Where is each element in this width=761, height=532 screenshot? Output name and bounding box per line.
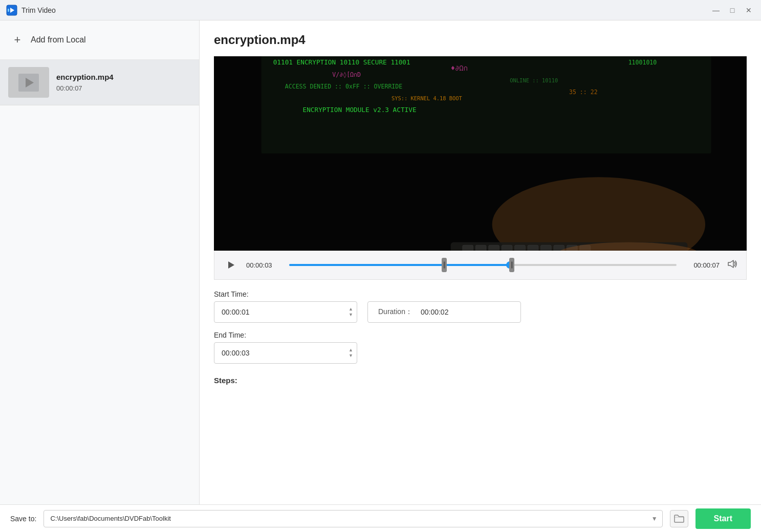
end-time-down-arrow[interactable]: ▼ [349,353,353,358]
svg-marker-34 [728,260,733,268]
save-path-input[interactable] [44,510,662,527]
end-time-input[interactable] [214,342,357,364]
sidebar: + Add from Local encryption.mp4 00:00:07 [0,20,200,504]
duration-box: Duration： 00:00:02 [367,301,521,323]
total-time: 00:00:07 [684,261,720,269]
start-time-section: Start Time: ▲ ▼ Duration： 00:00:02 [214,290,747,323]
end-time-up-arrow[interactable]: ▲ [349,348,353,352]
video-frame: 01101 ENCRYPTION 10110 SECURE 11001 V/∂◊… [214,56,747,251]
end-time-input-wrapper: ▲ ▼ [214,342,357,364]
close-button[interactable]: ✕ [743,4,755,16]
start-time-input[interactable] [214,301,357,323]
file-thumbnail [8,67,49,98]
play-button[interactable] [223,257,239,273]
file-duration: 00:00:07 [56,84,114,92]
start-time-stepper[interactable]: ▲ ▼ [349,307,353,317]
current-time: 00:00:03 [246,261,282,269]
svg-text:11001010: 11001010 [628,59,657,66]
file-name: encryption.mp4 [56,73,114,81]
content-area: encryption.mp4 01101 ENCRYPTION 10110 [200,20,761,504]
start-time-input-wrapper: ▲ ▼ [214,301,357,323]
progress-track[interactable] [289,264,677,266]
save-path-dropdown-arrow[interactable]: ▼ [651,515,658,522]
trim-left-handle[interactable] [442,258,447,272]
svg-rect-20 [489,245,499,251]
svg-text:35 :: 22: 35 :: 22 [569,88,598,96]
video-display[interactable]: 01101 ENCRYPTION 10110 SECURE 11001 V/∂◊… [214,56,747,251]
video-container: 01101 ENCRYPTION 10110 SECURE 11001 V/∂◊… [214,56,747,280]
svg-marker-29 [228,261,234,269]
end-time-label: End Time: [214,331,747,339]
svg-rect-2 [8,9,9,12]
start-button[interactable]: Start [695,508,751,529]
trim-right-handle[interactable] [509,258,514,272]
svg-text:ENCRYPTION MODULE v2.3 ACTIVE: ENCRYPTION MODULE v2.3 ACTIVE [303,106,417,114]
plus-icon: + [10,33,25,47]
svg-rect-21 [502,245,512,251]
controls-bar: 00:00:03 [214,251,747,280]
app-title: Trim Video [21,6,56,14]
svg-rect-18 [463,245,473,251]
svg-rect-6 [262,56,711,153]
svg-rect-23 [528,245,538,251]
main-layout: + Add from Local encryption.mp4 00:00:07 [0,20,761,504]
progress-filled [289,264,510,266]
start-time-down-arrow[interactable]: ▼ [349,313,353,317]
save-path-container: ▼ [44,510,662,527]
svg-text:01101 ENCRYPTION 10110 SECURE : 01101 ENCRYPTION 10110 SECURE 11001 [273,59,410,66]
progress-container[interactable] [289,256,677,274]
file-item[interactable]: encryption.mp4 00:00:07 [0,60,199,105]
start-time-row: ▲ ▼ Duration： 00:00:02 [214,301,747,323]
end-time-row: ▲ ▼ [214,342,747,364]
maximize-button[interactable]: □ [726,4,738,16]
time-controls: Start Time: ▲ ▼ Duration： 00:00:02 [214,290,747,385]
add-from-local-label: Add from Local [31,35,86,45]
svg-rect-19 [475,245,486,251]
file-info: encryption.mp4 00:00:07 [56,73,114,92]
steps-label: Steps: [214,376,747,385]
svg-text:V/∂◊[Ω∩D: V/∂◊[Ω∩D [332,71,361,78]
browse-folder-button[interactable] [670,510,688,527]
svg-text:♦∂Ω∩: ♦∂Ω∩ [451,64,468,72]
volume-button[interactable] [727,258,738,272]
minimize-button[interactable]: — [710,4,722,16]
end-time-section: End Time: ▲ ▼ [214,331,747,364]
bottom-bar: Save to: ▼ Start [0,504,761,532]
start-time-up-arrow[interactable]: ▲ [349,307,353,312]
window-controls: — □ ✕ [710,4,755,16]
svg-text:SYS:: KERNEL 4.18 BOOT: SYS:: KERNEL 4.18 BOOT [392,95,463,101]
duration-label: Duration： [378,307,412,317]
save-to-label: Save to: [10,515,36,523]
video-title: encryption.mp4 [214,33,747,47]
svg-text:ONLINE :: 10110: ONLINE :: 10110 [510,77,558,83]
start-time-label: Start Time: [214,290,747,298]
app-icon [6,5,17,16]
titlebar: Trim Video — □ ✕ [0,0,761,20]
svg-rect-22 [515,245,526,251]
end-time-stepper[interactable]: ▲ ▼ [349,348,353,358]
svg-text:ACCESS DENIED :: 0xFF :: OVERR: ACCESS DENIED :: 0xFF :: OVERRIDE [285,83,402,90]
file-list: encryption.mp4 00:00:07 [0,60,199,504]
duration-value: 00:00:02 [421,308,449,316]
video-overlay: 01101 ENCRYPTION 10110 SECURE 11001 V/∂◊… [214,56,747,251]
add-from-local-button[interactable]: + Add from Local [0,20,199,60]
svg-rect-24 [540,245,551,251]
